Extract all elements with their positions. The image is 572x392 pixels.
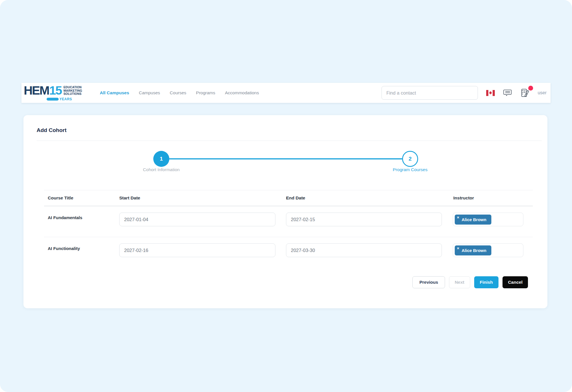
table-row: AI Functionality ✕ Alice Brown [44,237,533,268]
remove-instructor-icon[interactable]: ✕ [457,215,459,220]
column-header-instructor: Instructor [450,195,533,201]
search-input[interactable] [382,86,478,100]
table-row: AI Fundamentals ✕ Alice Brown [44,206,533,237]
column-header-course-title: Course Title [44,195,116,201]
instructor-cell: ✕ Alice Brown [450,237,533,257]
notes-icon[interactable] [521,88,530,97]
start-date-cell [116,237,282,257]
start-date-cell [116,206,282,226]
program-courses-table: Course Title Start Date End Date Instruc… [44,190,533,268]
step-1-label: Cohort Information [124,167,198,172]
hem-logo[interactable]: HEM 15 EDUCATION MARKETING SOLUTIONS YEA… [24,83,92,102]
course-title-cell: AI Functionality [44,237,116,251]
canada-flag-icon[interactable] [486,90,495,96]
nav-item-courses[interactable]: Courses [170,90,186,95]
wizard-actions: Previous Next Finish Cancel [412,276,528,288]
logo-wordmark: HEM 15 [24,85,61,96]
instructor-cell: ✕ Alice Brown [450,206,533,226]
end-date-cell [282,237,450,257]
chat-icon[interactable] [503,89,512,97]
header-right: user [382,86,547,100]
cancel-button[interactable]: Cancel [503,276,528,288]
nav-item-programs[interactable]: Programs [196,90,215,95]
notification-dot [528,86,533,91]
step-2-circle[interactable]: 2 [402,151,418,167]
logo-text-15: 15 [49,85,61,96]
user-menu[interactable]: user [538,90,547,95]
instructor-tag-label: Alice Brown [462,217,486,222]
page-title: Add Cohort [37,127,66,133]
column-header-end-date: End Date [282,195,450,201]
top-navbar: HEM 15 EDUCATION MARKETING SOLUTIONS YEA… [21,83,551,103]
logo-text-hem: HEM [24,85,49,96]
step-1-circle[interactable]: 1 [153,151,169,167]
logo-tagline: EDUCATION MARKETING SOLUTIONS [63,86,82,96]
column-header-start-date: Start Date [116,195,282,201]
nav-item-accommodations[interactable]: Accommodations [225,90,259,95]
main-nav: All Campuses Campuses Courses Programs A… [100,90,259,95]
table-header-row: Course Title Start Date End Date Instruc… [44,190,533,206]
finish-button[interactable]: Finish [474,276,499,288]
title-divider [37,141,542,141]
start-date-input[interactable] [119,243,275,257]
end-date-input[interactable] [286,213,442,226]
start-date-input[interactable] [119,213,275,226]
course-title-cell: AI Fundamentals [44,206,116,220]
logo-years-row: YEARS [47,97,72,101]
instructor-select[interactable]: ✕ Alice Brown [453,213,523,226]
nav-item-all-campuses[interactable]: All Campuses [100,90,129,95]
next-button[interactable]: Next [449,276,470,288]
app-page: HEM 15 EDUCATION MARKETING SOLUTIONS YEA… [0,0,572,392]
end-date-input[interactable] [286,243,442,257]
instructor-tag[interactable]: ✕ Alice Brown [455,215,491,225]
instructor-select[interactable]: ✕ Alice Brown [453,243,523,257]
add-cohort-card: Add Cohort 1 2 Cohort Information Progra… [23,115,547,308]
instructor-tag-label: Alice Brown [462,248,486,253]
end-date-cell [282,206,450,226]
previous-button[interactable]: Previous [412,276,445,288]
logo-years-label: YEARS [59,97,72,101]
stepper-connector [169,158,402,159]
nav-item-campuses[interactable]: Campuses [139,90,160,95]
instructor-tag[interactable]: ✕ Alice Brown [455,245,491,255]
logo-tagline-line: SOLUTIONS [63,92,82,96]
remove-instructor-icon[interactable]: ✕ [457,246,459,251]
step-2-label: Program Courses [373,167,447,172]
logo-top: HEM 15 EDUCATION MARKETING SOLUTIONS [24,83,92,96]
logo-tagline-line: EDUCATION [63,86,82,89]
logo-years-pill [47,98,59,101]
